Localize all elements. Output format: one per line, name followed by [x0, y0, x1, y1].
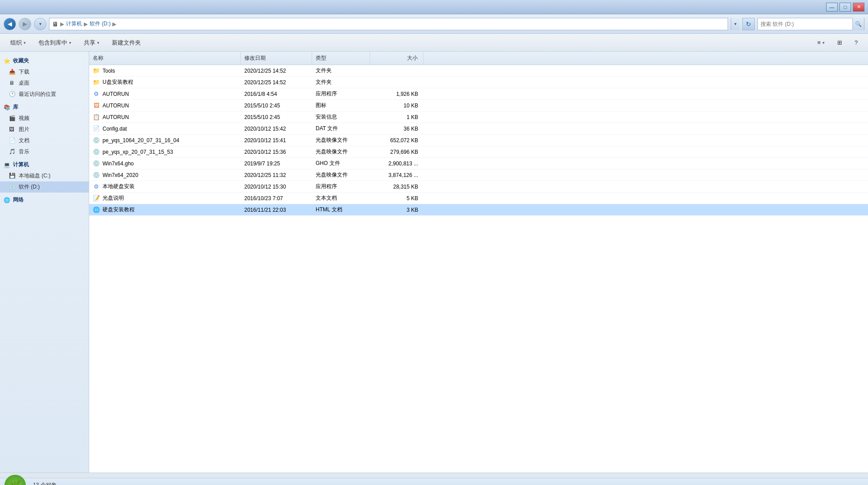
sidebar-item-recent[interactable]: 🕐 最近访问的位置: [0, 89, 89, 100]
table-row[interactable]: 💿 pe_yqs_1064_20_07_31_16_04 2020/10/12 …: [89, 135, 868, 146]
file-date-cell: 2020/10/12 15:41: [241, 136, 312, 145]
sidebar-header-favorites[interactable]: ⭐ 收藏夹: [0, 55, 89, 66]
file-size-cell: 652,072 KB: [370, 136, 424, 145]
table-row[interactable]: 💿 Win7x64.gho 2019/9/7 19:25 GHO 文件 2,90…: [89, 158, 868, 169]
search-button[interactable]: 🔍: [852, 18, 864, 30]
desktop-icon: 🖥: [9, 80, 16, 87]
preview-pane-button[interactable]: ⊞: [831, 36, 848, 50]
file-area: 名称 修改日期 类型 大小 📁 Tools 2020/12/25 14:52 文…: [89, 52, 868, 473]
file-name-cell: 📝 光盘说明: [89, 193, 241, 203]
column-header-type[interactable]: 类型: [312, 52, 370, 65]
view-options-button[interactable]: ≡ ▾: [811, 36, 831, 50]
table-row[interactable]: 📁 Tools 2020/12/25 14:52 文件夹: [89, 65, 868, 77]
file-size-cell: 28,315 KB: [370, 182, 424, 191]
table-row[interactable]: 💿 pe_yqs_xp_20_07_31_15_53 2020/10/12 15…: [89, 146, 868, 158]
share-dropdown-arrow: ▾: [97, 41, 99, 45]
recent-label: 最近访问的位置: [19, 90, 56, 98]
file-type-cell: HTML 文档: [312, 205, 370, 215]
file-type-cell: 文本文档: [312, 193, 370, 203]
main-layout: ⭐ 收藏夹 📥 下载 🖥 桌面 🕐 最近访问的位置 📚 库: [0, 52, 868, 473]
file-date-cell: 2020/10/12 15:42: [241, 124, 312, 133]
file-name-text: AUTORUN: [103, 91, 129, 97]
forward-button[interactable]: ▶: [19, 18, 31, 30]
file-date-cell: 2015/5/10 2:45: [241, 101, 312, 110]
search-input[interactable]: [758, 21, 852, 27]
file-size-cell: 1,926 KB: [370, 90, 424, 99]
file-name-cell: 📄 Config.dat: [89, 124, 241, 134]
downloads-label: 下载: [19, 68, 29, 76]
sidebar-item-music[interactable]: 🎵 音乐: [0, 146, 89, 157]
table-row[interactable]: 📁 U盘安装教程 2020/12/25 14:52 文件夹: [89, 77, 868, 88]
horizontal-scrollbar[interactable]: [0, 473, 868, 478]
table-row[interactable]: ⚙ AUTORUN 2016/1/8 4:54 应用程序 1,926 KB: [89, 88, 868, 100]
file-type-cell: 光盘映像文件: [312, 170, 370, 180]
file-name-cell: 💿 pe_yqs_xp_20_07_31_15_53: [89, 147, 241, 157]
file-date-cell: 2020/12/25 14:52: [241, 78, 312, 87]
file-date-cell: 2020/12/25 14:52: [241, 66, 312, 75]
help-button[interactable]: ?: [849, 36, 864, 50]
file-name-text: 硬盘安装教程: [103, 206, 135, 214]
table-row[interactable]: 📋 AUTORUN 2015/5/10 2:45 安装信息 1 KB: [89, 111, 868, 123]
sidebar-item-video[interactable]: 🎬 视频: [0, 113, 89, 124]
iso-icon: 💿: [93, 172, 100, 179]
network-label: 网络: [13, 196, 24, 204]
minimize-button[interactable]: —: [826, 3, 838, 12]
path-separator-2: ▶: [84, 21, 88, 27]
column-header-name[interactable]: 名称: [89, 52, 241, 65]
file-list-header: 名称 修改日期 类型 大小: [89, 52, 868, 65]
path-computer[interactable]: 计算机: [66, 20, 82, 28]
inf-icon: 📋: [93, 114, 100, 121]
sidebar-item-drive-c[interactable]: 💾 本地磁盘 (C:): [0, 170, 89, 181]
address-path-bar: 🖥 ▶ 计算机 ▶ 软件 (D:) ▶: [49, 18, 728, 30]
drive-c-label: 本地磁盘 (C:): [19, 172, 50, 180]
column-header-date[interactable]: 修改日期: [241, 52, 312, 65]
file-size-cell: 10 KB: [370, 101, 424, 110]
sidebar-item-drive-d[interactable]: 💿 软件 (D:): [0, 181, 89, 193]
sidebar-item-desktop[interactable]: 🖥 桌面: [0, 78, 89, 89]
sidebar-item-documents[interactable]: 📄 文档: [0, 135, 89, 146]
add-to-library-button[interactable]: 包含到库中 ▾: [33, 36, 77, 50]
status-count: 13 个对象: [33, 481, 57, 485]
table-row[interactable]: 🖼 AUTORUN 2015/5/10 2:45 图标 10 KB: [89, 100, 868, 111]
txt-icon: 📝: [93, 195, 100, 202]
sidebar-section-computer: 💻 计算机 💾 本地磁盘 (C:) 💿 软件 (D:): [0, 159, 89, 193]
close-button[interactable]: ✕: [853, 3, 864, 12]
drive-d-label: 软件 (D:): [19, 183, 40, 191]
table-row[interactable]: ⚙ 本地硬盘安装 2020/10/12 15:30 应用程序 28,315 KB: [89, 181, 868, 193]
refresh-button[interactable]: ↻: [742, 18, 755, 30]
path-separator-1: ▶: [60, 21, 64, 27]
file-size-cell: 2,900,813 ...: [370, 159, 424, 168]
path-dropdown-button[interactable]: ▾: [731, 18, 740, 30]
path-separator-3: ▶: [112, 21, 116, 27]
file-size-cell: 279,696 KB: [370, 148, 424, 156]
file-size-cell: [370, 70, 424, 72]
path-drive-d[interactable]: 软件 (D:): [90, 20, 111, 28]
new-folder-button[interactable]: 新建文件夹: [106, 36, 147, 50]
sidebar-header-library[interactable]: 📚 库: [0, 102, 89, 113]
documents-label: 文档: [19, 137, 29, 144]
organize-button[interactable]: 组织 ▾: [4, 36, 32, 50]
pictures-label: 图片: [19, 126, 29, 133]
sidebar-header-network[interactable]: 🌐 网络: [0, 194, 89, 206]
column-header-size[interactable]: 大小: [370, 52, 424, 65]
table-row[interactable]: 📝 光盘说明 2016/10/23 7:07 文本文档 5 KB: [89, 193, 868, 204]
back-button[interactable]: ◀: [4, 18, 16, 30]
recent-locations-button[interactable]: ▾: [34, 18, 46, 30]
table-row[interactable]: 📄 Config.dat 2020/10/12 15:42 DAT 文件 36 …: [89, 123, 868, 135]
file-name-cell: 🖼 AUTORUN: [89, 101, 241, 111]
table-row[interactable]: 💿 Win7x64_2020 2020/12/25 11:32 光盘映像文件 3…: [89, 169, 868, 181]
sidebar-item-pictures[interactable]: 🖼 图片: [0, 124, 89, 135]
share-button[interactable]: 共享 ▾: [78, 36, 105, 50]
file-size-cell: 3,874,126 ...: [370, 171, 424, 180]
table-row[interactable]: 🌐 硬盘安装教程 2016/11/21 22:03 HTML 文档 3 KB: [89, 204, 868, 216]
gho-icon: 💿: [93, 160, 100, 167]
ico-icon: 🖼: [93, 102, 100, 109]
sidebar-header-computer[interactable]: 💻 计算机: [0, 159, 89, 170]
library-label: 库: [13, 103, 18, 111]
pictures-icon: 🖼: [9, 126, 16, 133]
file-date-cell: 2016/11/21 22:03: [241, 206, 312, 214]
maximize-button[interactable]: □: [839, 3, 851, 12]
sidebar-item-downloads[interactable]: 📥 下载: [0, 66, 89, 78]
library-dropdown-arrow: ▾: [69, 41, 71, 45]
organize-dropdown-arrow: ▾: [24, 41, 26, 45]
